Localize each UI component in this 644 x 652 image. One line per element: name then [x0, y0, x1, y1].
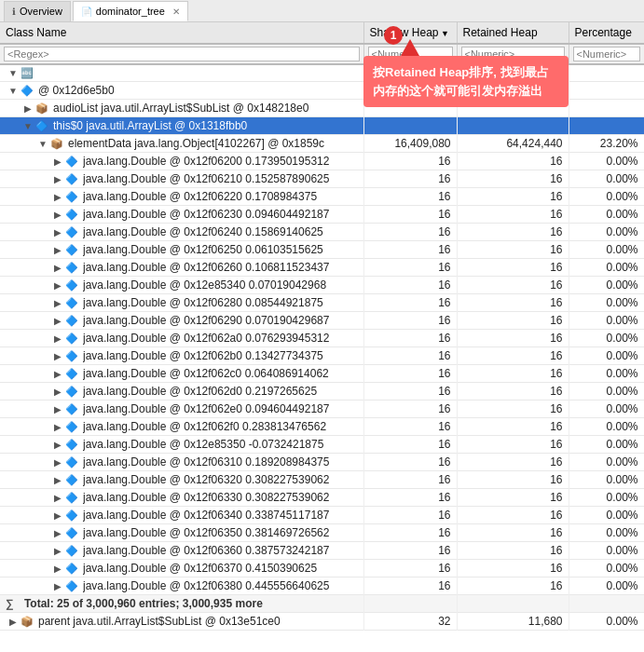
row-expander[interactable]: ▶: [52, 404, 63, 414]
row-expander[interactable]: ▶: [52, 440, 63, 450]
row-expander[interactable]: ▶: [52, 546, 63, 556]
table-row[interactable]: ▶🔷java.lang.Double @ 0x12f06240 0.158691…: [0, 224, 644, 241]
row-type-icon: 🔷: [65, 226, 78, 238]
row-percentage-cell: [569, 595, 644, 613]
filter-shallow-input[interactable]: [368, 47, 453, 61]
row-expander[interactable]: ▶: [22, 103, 34, 114]
row-retained-cell: 16: [457, 418, 569, 436]
tab-close-icon[interactable]: ✕: [172, 7, 180, 17]
row-expander[interactable]: ▼: [37, 139, 48, 149]
row-percentage-cell: 0.00%: [569, 224, 644, 241]
filter-retained-input[interactable]: [461, 47, 565, 61]
row-expander[interactable]: ▶: [52, 475, 63, 485]
row-shallow-cell: 16: [363, 418, 457, 436]
table-row[interactable]: ▶🔷java.lang.Double @ 0x12f06280 0.085449…: [0, 294, 644, 312]
col-header-name[interactable]: Class Name: [0, 22, 363, 44]
row-name-label: @ 0x12d6e5b0: [38, 84, 115, 97]
col-header-retained[interactable]: Retained Heap: [457, 22, 569, 44]
table-row[interactable]: ▼🔷this$0 java.util.ArrayList @ 0x1318fbb…: [0, 117, 644, 135]
row-type-icon: 🔷: [65, 580, 78, 592]
tab-dominator-tree[interactable]: 📄 dominator_tree ✕: [73, 1, 188, 21]
row-expander[interactable]: ▶: [52, 174, 63, 184]
row-percentage-cell: 0.00%: [569, 277, 644, 294]
filter-name-input[interactable]: [4, 47, 360, 61]
row-expander[interactable]: ▶: [52, 510, 63, 521]
table-row[interactable]: ▶🔷java.lang.Double @ 0x12f06200 0.173950…: [0, 153, 644, 170]
row-expander[interactable]: ▶: [52, 156, 63, 167]
row-name-label: java.lang.Double @ 0x12f06330 0.30822753…: [83, 491, 329, 504]
row-expander[interactable]: ▶: [52, 493, 63, 503]
row-expander[interactable]: ▶: [52, 333, 63, 344]
row-expander[interactable]: ▶: [52, 210, 63, 220]
row-expander[interactable]: ▶: [52, 316, 63, 326]
col-header-percentage[interactable]: Percentage: [569, 22, 644, 44]
table-row[interactable]: ▶🔷java.lang.Double @ 0x12f06220 0.170898…: [0, 188, 644, 206]
row-name-label: java.lang.Double @ 0x12f06200 0.17395019…: [83, 155, 329, 168]
row-expander[interactable]: ▶: [52, 298, 63, 308]
row-type-icon: 🔷: [65, 545, 78, 557]
table-row[interactable]: ▶🔷java.lang.Double @ 0x12f06260 0.106811…: [0, 259, 644, 277]
row-expander[interactable]: ▼: [7, 68, 19, 78]
table-row[interactable]: ▶🔷java.lang.Double @ 0x12f062f0 0.283813…: [0, 418, 644, 436]
table-row[interactable]: ▶🔷java.lang.Double @ 0x12f062d0 0.219726…: [0, 383, 644, 401]
row-expander[interactable]: ▶: [52, 280, 63, 291]
row-retained-cell: 16: [457, 401, 569, 418]
row-type-icon: 🔷: [65, 386, 78, 398]
row-name-cell: ▶🔷java.lang.Double @ 0x12f06310 0.189208…: [0, 454, 363, 471]
tab-overview[interactable]: ℹ Overview: [4, 1, 71, 21]
row-expander[interactable]: ▶: [52, 192, 63, 202]
row-shallow-cell: 16: [363, 224, 457, 241]
row-expander[interactable]: ▶: [52, 422, 63, 432]
row-expander[interactable]: ▶: [52, 227, 63, 238]
table-row[interactable]: ▶🔷java.lang.Double @ 0x12f06320 0.308227…: [0, 471, 644, 489]
table-row[interactable]: ▶🔷java.lang.Double @ 0x12e85350 -0.07324…: [0, 436, 644, 454]
table-row[interactable]: ▶🔷java.lang.Double @ 0x12f06330 0.308227…: [0, 489, 644, 507]
table-row[interactable]: ▶🔷java.lang.Double @ 0x12f06360 0.387573…: [0, 542, 644, 560]
row-expander[interactable]: ▶: [52, 581, 63, 591]
table-row[interactable]: ▶🔷java.lang.Double @ 0x12f06380 0.445556…: [0, 577, 644, 595]
table-row[interactable]: ▶🔷java.lang.Double @ 0x12f06370 0.415039…: [0, 560, 644, 577]
filter-pct-cell: [569, 44, 644, 64]
row-percentage-cell: 0.00%: [569, 507, 644, 524]
table-row[interactable]: ▶🔷java.lang.Double @ 0x12f062a0 0.076293…: [0, 330, 644, 347]
table-row[interactable]: ▼📦elementData java.lang.Object[4102267] …: [0, 135, 644, 153]
table-row[interactable]: ∑ Total: 25 of 3,000,960 entries; 3,000,…: [0, 595, 644, 613]
table-row[interactable]: ▼🔤: [0, 64, 644, 82]
row-expander[interactable]: ▶: [52, 245, 63, 255]
row-retained-cell: [457, 117, 569, 135]
table-row[interactable]: ▶🔷java.lang.Double @ 0x12f06310 0.189208…: [0, 454, 644, 471]
row-expander[interactable]: ▶: [7, 617, 19, 627]
table-row[interactable]: ▶🔷java.lang.Double @ 0x12f06290 0.070190…: [0, 312, 644, 330]
row-expander[interactable]: ▶: [52, 351, 63, 361]
row-expander[interactable]: ▶: [52, 457, 63, 468]
row-type-icon: 🔷: [65, 421, 78, 433]
table-row[interactable]: ▼🔷 @ 0x12d6e5b064,333,93664,333,936: [0, 82, 644, 100]
table-row[interactable]: ▶🔷java.lang.Double @ 0x12f062b0 0.134277…: [0, 347, 644, 365]
row-expander[interactable]: ▼: [22, 121, 34, 131]
row-expander[interactable]: ▼: [7, 86, 19, 96]
table-row[interactable]: ▶📦audioList java.util.ArrayList$SubList …: [0, 100, 644, 117]
row-expander[interactable]: ▶: [52, 528, 63, 538]
row-expander[interactable]: ▶: [52, 564, 63, 574]
table-row[interactable]: ▶📦parent java.util.ArrayList$SubList @ 0…: [0, 613, 644, 631]
table-row[interactable]: ▶🔷java.lang.Double @ 0x12f062c0 0.064086…: [0, 365, 644, 383]
col-header-shallow[interactable]: Shallow Heap: [363, 22, 457, 44]
row-expander[interactable]: ▶: [52, 369, 63, 379]
filter-pct-input[interactable]: [573, 47, 640, 61]
row-shallow-cell: 16: [363, 507, 457, 524]
row-retained-cell: [457, 595, 569, 613]
table-row[interactable]: ▶🔷java.lang.Double @ 0x12f06210 0.152587…: [0, 170, 644, 188]
table-row[interactable]: ▶🔷java.lang.Double @ 0x12f06340 0.338745…: [0, 507, 644, 524]
table-row[interactable]: ▶🔷java.lang.Double @ 0x12f06350 0.381469…: [0, 524, 644, 542]
row-expander[interactable]: ▶: [52, 263, 63, 273]
row-name-label: this$0 java.util.ArrayList @ 0x1318fbb0: [53, 119, 247, 132]
row-name-cell: ▶📦audioList java.util.ArrayList$SubList …: [0, 100, 363, 117]
app-container: ℹ Overview 📄 dominator_tree ✕ Class Name: [0, 0, 644, 652]
row-retained-cell: 64,333,936: [457, 82, 569, 100]
table-row[interactable]: ▶🔷java.lang.Double @ 0x12f062e0 0.094604…: [0, 401, 644, 418]
row-name-cell: ▶🔷java.lang.Double @ 0x12f06250 0.061035…: [0, 241, 363, 259]
table-row[interactable]: ▶🔷java.lang.Double @ 0x12e85340 0.070190…: [0, 277, 644, 294]
table-row[interactable]: ▶🔷java.lang.Double @ 0x12f06250 0.061035…: [0, 241, 644, 259]
row-expander[interactable]: ▶: [52, 387, 63, 397]
table-row[interactable]: ▶🔷java.lang.Double @ 0x12f06230 0.094604…: [0, 206, 644, 224]
